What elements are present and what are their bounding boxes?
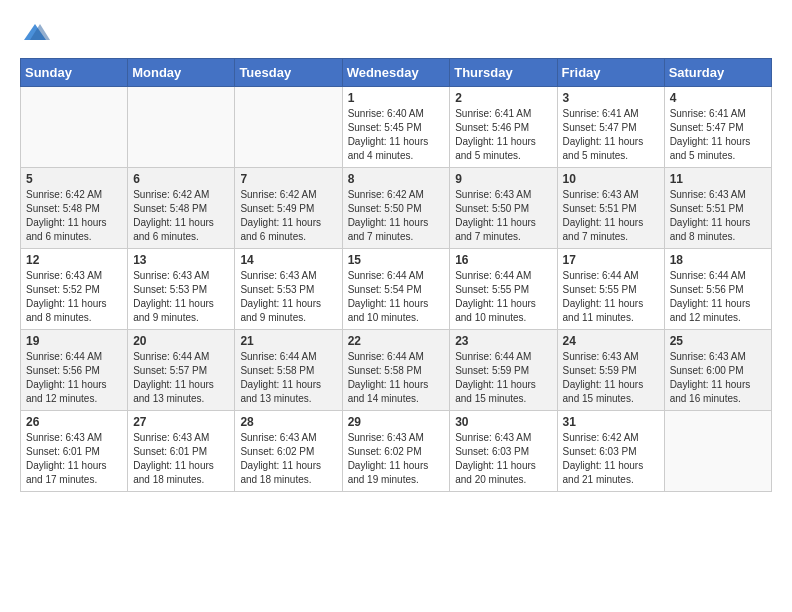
day-number: 10 — [563, 172, 659, 186]
logo-icon — [20, 20, 50, 50]
calendar-cell: 16Sunrise: 6:44 AM Sunset: 5:55 PM Dayli… — [450, 249, 557, 330]
day-number: 7 — [240, 172, 336, 186]
calendar-cell: 2Sunrise: 6:41 AM Sunset: 5:46 PM Daylig… — [450, 87, 557, 168]
day-number: 2 — [455, 91, 551, 105]
calendar-cell: 3Sunrise: 6:41 AM Sunset: 5:47 PM Daylig… — [557, 87, 664, 168]
day-number: 23 — [455, 334, 551, 348]
day-info: Sunrise: 6:42 AM Sunset: 5:49 PM Dayligh… — [240, 188, 336, 244]
day-info: Sunrise: 6:41 AM Sunset: 5:46 PM Dayligh… — [455, 107, 551, 163]
day-number: 15 — [348, 253, 445, 267]
day-number: 12 — [26, 253, 122, 267]
day-number: 20 — [133, 334, 229, 348]
calendar-cell: 9Sunrise: 6:43 AM Sunset: 5:50 PM Daylig… — [450, 168, 557, 249]
calendar-cell: 27Sunrise: 6:43 AM Sunset: 6:01 PM Dayli… — [128, 411, 235, 492]
day-info: Sunrise: 6:44 AM Sunset: 5:56 PM Dayligh… — [26, 350, 122, 406]
day-header-wednesday: Wednesday — [342, 59, 450, 87]
day-info: Sunrise: 6:43 AM Sunset: 5:59 PM Dayligh… — [563, 350, 659, 406]
day-number: 9 — [455, 172, 551, 186]
day-info: Sunrise: 6:44 AM Sunset: 5:59 PM Dayligh… — [455, 350, 551, 406]
day-info: Sunrise: 6:44 AM Sunset: 5:58 PM Dayligh… — [240, 350, 336, 406]
calendar-cell: 28Sunrise: 6:43 AM Sunset: 6:02 PM Dayli… — [235, 411, 342, 492]
day-number: 28 — [240, 415, 336, 429]
day-info: Sunrise: 6:43 AM Sunset: 6:03 PM Dayligh… — [455, 431, 551, 487]
calendar-cell: 4Sunrise: 6:41 AM Sunset: 5:47 PM Daylig… — [664, 87, 771, 168]
calendar-cell: 15Sunrise: 6:44 AM Sunset: 5:54 PM Dayli… — [342, 249, 450, 330]
calendar-cell: 25Sunrise: 6:43 AM Sunset: 6:00 PM Dayli… — [664, 330, 771, 411]
day-info: Sunrise: 6:44 AM Sunset: 5:55 PM Dayligh… — [455, 269, 551, 325]
week-row-1: 1Sunrise: 6:40 AM Sunset: 5:45 PM Daylig… — [21, 87, 772, 168]
logo — [20, 20, 50, 50]
day-info: Sunrise: 6:43 AM Sunset: 6:00 PM Dayligh… — [670, 350, 766, 406]
day-info: Sunrise: 6:43 AM Sunset: 5:53 PM Dayligh… — [133, 269, 229, 325]
calendar-cell: 20Sunrise: 6:44 AM Sunset: 5:57 PM Dayli… — [128, 330, 235, 411]
calendar-cell: 23Sunrise: 6:44 AM Sunset: 5:59 PM Dayli… — [450, 330, 557, 411]
day-info: Sunrise: 6:43 AM Sunset: 6:01 PM Dayligh… — [133, 431, 229, 487]
day-info: Sunrise: 6:44 AM Sunset: 5:56 PM Dayligh… — [670, 269, 766, 325]
calendar-cell — [128, 87, 235, 168]
day-number: 18 — [670, 253, 766, 267]
day-info: Sunrise: 6:44 AM Sunset: 5:54 PM Dayligh… — [348, 269, 445, 325]
calendar-cell: 6Sunrise: 6:42 AM Sunset: 5:48 PM Daylig… — [128, 168, 235, 249]
calendar-cell: 1Sunrise: 6:40 AM Sunset: 5:45 PM Daylig… — [342, 87, 450, 168]
day-number: 16 — [455, 253, 551, 267]
calendar-cell: 13Sunrise: 6:43 AM Sunset: 5:53 PM Dayli… — [128, 249, 235, 330]
calendar-cell: 5Sunrise: 6:42 AM Sunset: 5:48 PM Daylig… — [21, 168, 128, 249]
day-info: Sunrise: 6:43 AM Sunset: 5:52 PM Dayligh… — [26, 269, 122, 325]
day-header-thursday: Thursday — [450, 59, 557, 87]
calendar-cell: 14Sunrise: 6:43 AM Sunset: 5:53 PM Dayli… — [235, 249, 342, 330]
day-info: Sunrise: 6:42 AM Sunset: 5:48 PM Dayligh… — [26, 188, 122, 244]
calendar-cell: 31Sunrise: 6:42 AM Sunset: 6:03 PM Dayli… — [557, 411, 664, 492]
day-info: Sunrise: 6:43 AM Sunset: 6:02 PM Dayligh… — [348, 431, 445, 487]
calendar-cell: 10Sunrise: 6:43 AM Sunset: 5:51 PM Dayli… — [557, 168, 664, 249]
day-header-saturday: Saturday — [664, 59, 771, 87]
day-info: Sunrise: 6:43 AM Sunset: 5:51 PM Dayligh… — [563, 188, 659, 244]
day-header-sunday: Sunday — [21, 59, 128, 87]
calendar-table: SundayMondayTuesdayWednesdayThursdayFrid… — [20, 58, 772, 492]
calendar-cell: 21Sunrise: 6:44 AM Sunset: 5:58 PM Dayli… — [235, 330, 342, 411]
calendar-cell — [21, 87, 128, 168]
day-number: 6 — [133, 172, 229, 186]
day-number: 26 — [26, 415, 122, 429]
day-number: 25 — [670, 334, 766, 348]
week-row-5: 26Sunrise: 6:43 AM Sunset: 6:01 PM Dayli… — [21, 411, 772, 492]
day-number: 1 — [348, 91, 445, 105]
calendar-cell: 11Sunrise: 6:43 AM Sunset: 5:51 PM Dayli… — [664, 168, 771, 249]
calendar-cell — [235, 87, 342, 168]
week-row-2: 5Sunrise: 6:42 AM Sunset: 5:48 PM Daylig… — [21, 168, 772, 249]
day-header-tuesday: Tuesday — [235, 59, 342, 87]
day-number: 8 — [348, 172, 445, 186]
calendar-cell: 7Sunrise: 6:42 AM Sunset: 5:49 PM Daylig… — [235, 168, 342, 249]
day-info: Sunrise: 6:40 AM Sunset: 5:45 PM Dayligh… — [348, 107, 445, 163]
day-info: Sunrise: 6:43 AM Sunset: 5:51 PM Dayligh… — [670, 188, 766, 244]
day-header-monday: Monday — [128, 59, 235, 87]
day-info: Sunrise: 6:43 AM Sunset: 5:53 PM Dayligh… — [240, 269, 336, 325]
calendar-cell: 12Sunrise: 6:43 AM Sunset: 5:52 PM Dayli… — [21, 249, 128, 330]
day-number: 31 — [563, 415, 659, 429]
page-header — [20, 20, 772, 50]
day-number: 30 — [455, 415, 551, 429]
calendar-cell: 8Sunrise: 6:42 AM Sunset: 5:50 PM Daylig… — [342, 168, 450, 249]
day-info: Sunrise: 6:42 AM Sunset: 6:03 PM Dayligh… — [563, 431, 659, 487]
calendar-cell: 22Sunrise: 6:44 AM Sunset: 5:58 PM Dayli… — [342, 330, 450, 411]
calendar-cell: 19Sunrise: 6:44 AM Sunset: 5:56 PM Dayli… — [21, 330, 128, 411]
day-number: 13 — [133, 253, 229, 267]
day-info: Sunrise: 6:42 AM Sunset: 5:50 PM Dayligh… — [348, 188, 445, 244]
day-number: 4 — [670, 91, 766, 105]
calendar-cell: 26Sunrise: 6:43 AM Sunset: 6:01 PM Dayli… — [21, 411, 128, 492]
day-number: 21 — [240, 334, 336, 348]
day-info: Sunrise: 6:43 AM Sunset: 6:02 PM Dayligh… — [240, 431, 336, 487]
day-number: 3 — [563, 91, 659, 105]
day-info: Sunrise: 6:41 AM Sunset: 5:47 PM Dayligh… — [670, 107, 766, 163]
day-number: 14 — [240, 253, 336, 267]
calendar-cell — [664, 411, 771, 492]
day-info: Sunrise: 6:43 AM Sunset: 6:01 PM Dayligh… — [26, 431, 122, 487]
header-row: SundayMondayTuesdayWednesdayThursdayFrid… — [21, 59, 772, 87]
calendar-cell: 17Sunrise: 6:44 AM Sunset: 5:55 PM Dayli… — [557, 249, 664, 330]
day-number: 24 — [563, 334, 659, 348]
day-info: Sunrise: 6:43 AM Sunset: 5:50 PM Dayligh… — [455, 188, 551, 244]
week-row-3: 12Sunrise: 6:43 AM Sunset: 5:52 PM Dayli… — [21, 249, 772, 330]
calendar-cell: 18Sunrise: 6:44 AM Sunset: 5:56 PM Dayli… — [664, 249, 771, 330]
day-number: 29 — [348, 415, 445, 429]
day-info: Sunrise: 6:41 AM Sunset: 5:47 PM Dayligh… — [563, 107, 659, 163]
calendar-cell: 30Sunrise: 6:43 AM Sunset: 6:03 PM Dayli… — [450, 411, 557, 492]
